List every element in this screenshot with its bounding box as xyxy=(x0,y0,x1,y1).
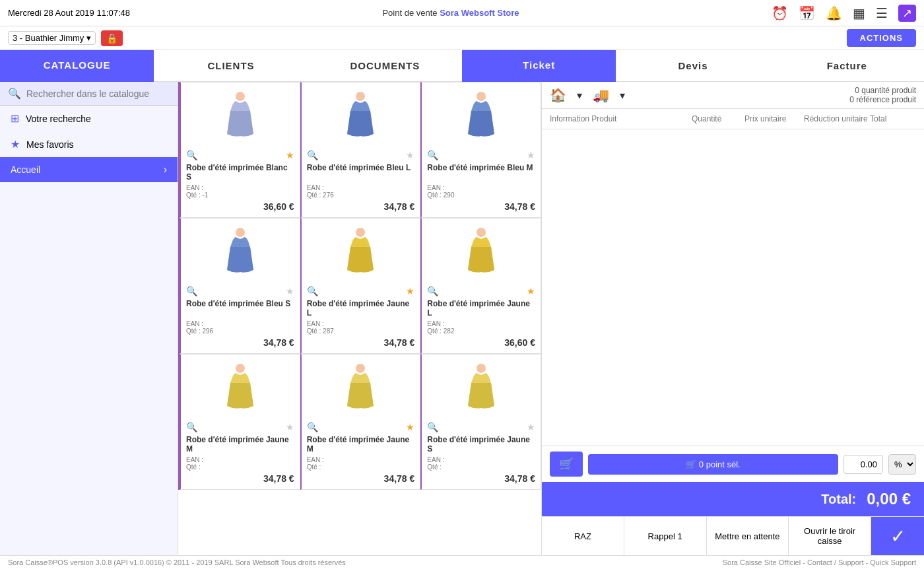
product-card[interactable]: 🔍 ★ Robe d'été imprimée Bleu L EAN : Qté… xyxy=(300,82,421,218)
product-search-icon[interactable]: 🔍 xyxy=(307,286,318,296)
rappel1-button[interactable]: Rappel 1 xyxy=(624,517,707,555)
product-favorite-icon[interactable]: ★ xyxy=(286,150,294,160)
list-icon[interactable]: ☰ xyxy=(876,5,888,21)
product-favorite-icon[interactable]: ★ xyxy=(286,422,294,432)
tab-facture[interactable]: Facture xyxy=(770,50,924,82)
right-panel: 🏠 ▾ 🚚 ▾ 0 quantité produit 0 référence p… xyxy=(541,82,924,555)
product-search-icon[interactable]: 🔍 xyxy=(427,422,438,432)
sidebar-item-mes-favoris[interactable]: ★ Mes favoris xyxy=(0,131,178,157)
product-image xyxy=(427,360,535,419)
search-icon: 🔍 xyxy=(8,87,21,100)
total-amount: 0,00 € xyxy=(867,490,911,508)
product-card[interactable]: 🔍 ★ Robe d'été imprimée Jaune L EAN : Qt… xyxy=(420,218,541,354)
product-search-icon[interactable]: 🔍 xyxy=(307,150,318,160)
user-selector[interactable]: 3 - Buathier Jimmy ▾ xyxy=(8,31,96,45)
product-card[interactable]: 🔍 ★ Robe d'été imprimée Jaune S EAN : Qt… xyxy=(420,354,541,490)
sidebar-item-votre-recherche[interactable]: ⊞ Votre recherche xyxy=(0,106,178,131)
delivery-icon[interactable]: 🚚 xyxy=(593,87,609,103)
tab-documents[interactable]: DOCUMENTS xyxy=(308,50,462,82)
right-header: 🏠 ▾ 🚚 ▾ 0 quantité produit 0 référence p… xyxy=(542,82,924,109)
product-actions: 🔍 ★ xyxy=(427,286,535,296)
product-favorite-icon[interactable]: ★ xyxy=(527,422,535,432)
bell-icon[interactable]: 🔔 xyxy=(826,5,842,21)
pos-info: Point de vente Sora Websoft Store xyxy=(382,8,519,18)
product-name: Robe d'été imprimée Blanc S xyxy=(186,163,294,182)
confirm-button[interactable]: ✓ xyxy=(871,517,924,555)
clock-icon[interactable]: ⏰ xyxy=(772,5,788,21)
footer-left: Sora Caisse®POS version 3.0.8 (API v1.0.… xyxy=(8,558,346,568)
search-input[interactable] xyxy=(26,88,170,99)
product-card[interactable]: 🔍 ★ Robe d'été imprimée Jaune M EAN : Qt… xyxy=(180,354,300,490)
product-image xyxy=(427,224,535,283)
product-price: 34,78 € xyxy=(427,473,535,484)
svg-point-1 xyxy=(356,92,365,101)
product-search-icon[interactable]: 🔍 xyxy=(427,150,438,160)
chevron-down-icon-home[interactable]: ▾ xyxy=(577,89,582,102)
product-image xyxy=(186,88,294,147)
product-qty: Qté : 276 xyxy=(307,191,415,199)
tab-ticket[interactable]: Ticket xyxy=(462,50,616,82)
tab-clients[interactable]: CLIENTS xyxy=(154,50,308,82)
product-price: 34,78 € xyxy=(186,473,294,484)
product-name: Robe d'été imprimée Jaune L xyxy=(307,299,415,318)
product-ean: EAN : xyxy=(186,320,294,327)
product-image xyxy=(186,360,294,419)
home-icon[interactable]: 🏠 xyxy=(550,87,566,103)
product-card[interactable]: 🔍 ★ Robe d'été imprimée Jaune M EAN : Qt… xyxy=(300,354,421,490)
col-qty: Quantité xyxy=(692,114,744,123)
product-ean: EAN : xyxy=(427,184,535,191)
raz-button[interactable]: RAZ xyxy=(542,517,624,555)
chevron-down-icon-delivery[interactable]: ▾ xyxy=(620,89,625,102)
product-search-icon[interactable]: 🔍 xyxy=(427,286,438,296)
product-favorite-icon[interactable]: ★ xyxy=(527,286,535,296)
star-icon: ★ xyxy=(11,138,20,151)
calendar-icon[interactable]: 📅 xyxy=(799,5,815,21)
sidebar-item-accueil[interactable]: Accueil › xyxy=(0,157,178,182)
user-label: 3 - Buathier Jimmy xyxy=(13,33,84,43)
product-search-icon[interactable]: 🔍 xyxy=(186,286,197,296)
mettre-attente-button[interactable]: Mettre en attente xyxy=(707,517,789,555)
product-card[interactable]: 🔍 ★ Robe d'été imprimée Bleu M EAN : Qté… xyxy=(420,82,541,218)
product-search-icon[interactable]: 🔍 xyxy=(186,150,197,160)
col-price: Prix unitaire xyxy=(744,114,804,123)
product-qty: Qté : -1 xyxy=(186,191,294,199)
lock-button[interactable]: 🔒 xyxy=(101,30,123,46)
product-ean: EAN : xyxy=(186,456,294,463)
discount-input[interactable] xyxy=(843,455,883,474)
svg-point-4 xyxy=(356,228,365,237)
product-card[interactable]: 🔍 ★ Robe d'été imprimée Blanc S EAN : Qt… xyxy=(180,82,300,218)
bottom-actions: RAZ Rappel 1 Mettre en attente Ouvrir le… xyxy=(542,516,924,555)
points-button[interactable]: 🛒 0 point sél. xyxy=(588,454,838,475)
product-actions: 🔍 ★ xyxy=(186,150,294,160)
product-search-icon[interactable]: 🔍 xyxy=(186,422,197,432)
tab-catalogue[interactable]: CATALOGUE xyxy=(0,50,154,82)
product-card[interactable]: 🔍 ★ Robe d'été imprimée Bleu S EAN : Qté… xyxy=(180,218,300,354)
barcode-icon[interactable]: ▦ xyxy=(853,5,865,21)
product-favorite-icon[interactable]: ★ xyxy=(286,286,294,296)
product-ean: EAN : xyxy=(427,320,535,327)
product-ean: EAN : xyxy=(427,456,535,463)
product-ean: EAN : xyxy=(307,320,415,327)
brand-name: Sora Websoft Store xyxy=(440,8,519,18)
product-favorite-icon[interactable]: ★ xyxy=(406,286,414,296)
nav-tabs: CATALOGUE CLIENTS DOCUMENTS Ticket Devis… xyxy=(0,50,924,82)
tab-devis[interactable]: Devis xyxy=(616,50,770,82)
product-qty: Qté : 287 xyxy=(307,327,415,335)
product-favorite-icon[interactable]: ★ xyxy=(406,150,414,160)
product-price: 34,78 € xyxy=(427,201,535,212)
discount-unit-select[interactable]: % € xyxy=(888,454,916,475)
product-grid-container: 🔍 ★ Robe d'été imprimée Blanc S EAN : Qt… xyxy=(178,82,541,555)
col-reduction: Réduction unitaire xyxy=(804,114,870,123)
product-favorite-icon[interactable]: ★ xyxy=(527,150,535,160)
svg-point-6 xyxy=(236,364,245,373)
product-name: Robe d'été imprimée Jaune L xyxy=(427,299,535,318)
product-qty: Qté : xyxy=(427,463,535,471)
ouvrir-tiroir-button[interactable]: Ouvrir le tiroir caisse xyxy=(789,517,871,555)
cart-button[interactable]: 🛒 xyxy=(550,452,583,477)
product-favorite-icon[interactable]: ★ xyxy=(406,422,414,432)
exit-icon[interactable]: ↗ xyxy=(898,5,916,22)
product-search-icon[interactable]: 🔍 xyxy=(307,422,318,432)
product-card[interactable]: 🔍 ★ Robe d'été imprimée Jaune L EAN : Qt… xyxy=(300,218,421,354)
chevron-right-icon: › xyxy=(164,164,167,176)
actions-button[interactable]: ACTIONS xyxy=(847,29,917,47)
